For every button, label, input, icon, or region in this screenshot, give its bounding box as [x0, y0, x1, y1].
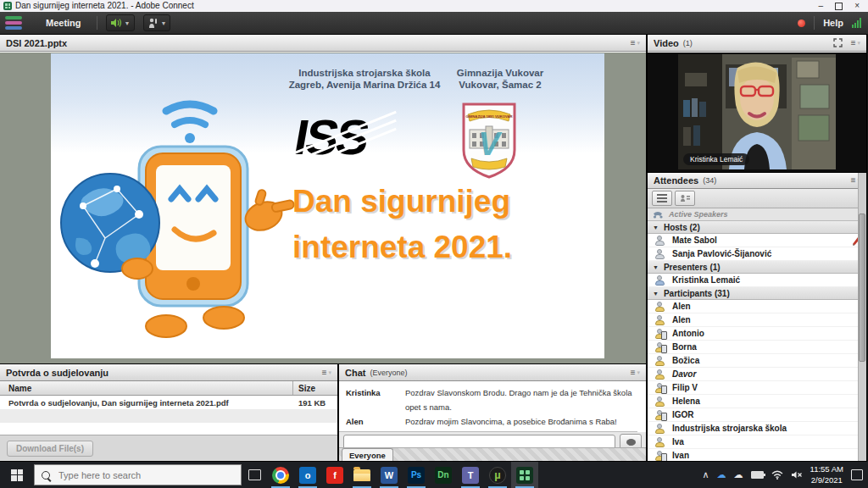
attendee-row[interactable]: Borna — [648, 341, 866, 354]
attendee-row[interactable]: Kristinka Lemaić — [648, 274, 866, 287]
task-view-button[interactable] — [242, 462, 267, 488]
title-bar: Dan sigurnijeg interneta 2021. - Adobe C… — [0, 0, 868, 12]
participant-icon — [654, 356, 665, 366]
minimize-button[interactable]: – — [819, 1, 824, 11]
presentation-slide: Industrijska strojarska škola Zagreb, Av… — [51, 53, 604, 358]
empty-row — [0, 409, 337, 423]
connection-signal-icon[interactable] — [852, 18, 861, 28]
recording-indicator-icon — [798, 19, 805, 27]
download-files-button[interactable]: Download File(s) — [7, 441, 93, 457]
taskbar-search[interactable] — [34, 464, 242, 485]
participant-mobile-icon — [654, 329, 665, 339]
chat-pod-menu-button[interactable]: ≡▾ — [631, 369, 640, 377]
video-feed: Kristinka Lemaić — [648, 53, 866, 172]
adobe-connect-icon — [516, 467, 533, 484]
photoshop-icon: Ps — [408, 467, 425, 484]
speaker-button[interactable]: ▼ — [106, 14, 135, 31]
volume-muted-icon[interactable] — [791, 470, 803, 480]
battery-icon[interactable] — [751, 471, 764, 479]
outlook-icon: o — [299, 467, 316, 484]
search-icon — [42, 471, 50, 480]
attendee-list-view-button[interactable] — [652, 191, 672, 206]
tab-everyone[interactable]: Everyone — [342, 448, 393, 461]
attendee-row[interactable]: Ivan — [648, 449, 866, 461]
speech-bubble-icon — [626, 439, 636, 446]
chat-messages[interactable]: KristinkaPozdrav Slavonskom Brodu. Drago… — [339, 382, 637, 432]
taskbar-facebook[interactable]: f — [321, 462, 348, 488]
chat-message: KristinkaPozdrav Slavonskom Brodu. Drago… — [339, 385, 637, 414]
attendee-row[interactable]: Mate Sabol — [648, 234, 866, 247]
taskbar-dimension[interactable]: Dn — [430, 462, 457, 488]
adobe-connect-window: Dan sigurnijeg interneta 2021. - Adobe C… — [0, 0, 868, 488]
chat-tabs: Everyone — [339, 447, 646, 461]
chrome-icon — [272, 467, 289, 484]
participant-mobile-icon — [654, 383, 665, 393]
webcam-frame — [678, 54, 836, 169]
facebook-icon: f — [326, 467, 343, 484]
taskbar-word[interactable]: W — [376, 462, 403, 488]
column-name[interactable]: Name — [0, 384, 292, 393]
attendee-row[interactable]: Božica — [648, 354, 866, 368]
share-pod: DSI 2021.pptx ≡▾ Industrijska strojarska… — [0, 35, 646, 363]
attendee-row[interactable]: Filip V — [648, 381, 866, 395]
attendee-row[interactable]: Iva — [648, 435, 866, 449]
adobe-connect-logo-icon[interactable] — [5, 16, 22, 30]
file-explorer-icon — [353, 469, 370, 481]
raise-hand-button[interactable]: ▼ — [143, 14, 171, 31]
close-button[interactable]: × — [854, 1, 860, 11]
participant-icon — [654, 437, 665, 447]
taskbar-utorrent[interactable]: µ — [484, 462, 511, 488]
taskbar-adobe-connect[interactable] — [511, 462, 538, 488]
teams-icon: T — [462, 467, 479, 484]
share-pod-menu-button[interactable]: ≡▾ — [631, 39, 640, 47]
app-icon — [3, 2, 12, 10]
maximize-button[interactable] — [835, 3, 843, 10]
taskbar-teams[interactable]: T — [457, 462, 484, 488]
share-canvas: Industrijska strojarska škola Zagreb, Av… — [0, 53, 646, 363]
attendee-row[interactable]: Antonio — [648, 327, 866, 341]
start-button[interactable] — [0, 462, 34, 488]
taskbar-file-explorer[interactable] — [348, 462, 376, 488]
search-input[interactable] — [57, 469, 213, 481]
attendee-row[interactable]: Sanja Pavlović-Šijanović — [648, 247, 866, 261]
attendee-row[interactable]: Davor — [648, 368, 866, 381]
taskbar-photoshop[interactable]: Ps — [403, 462, 430, 488]
meeting-menu[interactable]: Meeting — [31, 18, 97, 28]
menu-bar: Meeting ▼ ▼ Help — [0, 12, 868, 34]
gimnazija-vukovar-crest: GIMNAZIJA 1891 VUKOVAR V — [459, 101, 519, 179]
speaker-icon — [110, 18, 122, 28]
attendee-row[interactable]: Industrijska strojarska škola — [648, 422, 866, 435]
attendee-status-view-button[interactable] — [675, 191, 695, 206]
attendee-row[interactable]: Alen — [648, 313, 866, 327]
participants-group-header[interactable]: ▼Participants (31) — [648, 287, 866, 300]
attendee-row[interactable]: IGOR — [648, 408, 866, 422]
cloud-icon[interactable]: ☁ — [734, 469, 743, 480]
scrollbar-thumb[interactable] — [859, 214, 865, 362]
wifi-icon[interactable] — [771, 470, 783, 480]
hosts-group-header[interactable]: ▼Hosts (2) — [648, 221, 866, 234]
taskbar-clock[interactable]: 11:55 AM 2/9/2021 — [810, 464, 843, 485]
hidden-icons-chevron[interactable]: ∧ — [703, 469, 709, 480]
action-center-icon[interactable] — [851, 469, 863, 480]
attendees-scrollbar[interactable] — [858, 173, 866, 461]
participant-mobile-icon — [654, 410, 665, 420]
attendee-row[interactable]: Helena — [648, 395, 866, 408]
attendee-row[interactable]: Alen — [648, 300, 866, 313]
utorrent-icon: µ — [489, 467, 506, 484]
help-menu[interactable]: Help — [823, 18, 843, 28]
expand-icon[interactable] — [833, 38, 843, 47]
participant-icon — [654, 369, 665, 380]
chat-pod: Chat (Everyone) ≡▾ KristinkaPozdrav Slav… — [339, 364, 646, 461]
onedrive-icon[interactable]: ☁ — [717, 469, 726, 480]
participant-icon — [654, 315, 665, 325]
presenter-icon — [654, 275, 665, 286]
video-pod-menu-button[interactable]: ≡▾ — [851, 39, 860, 47]
taskbar-chrome[interactable] — [267, 462, 294, 488]
column-size[interactable]: Size — [292, 381, 337, 395]
slide-title: Dan sigurnijeg interneta 2021. — [292, 179, 512, 269]
presenters-group-header[interactable]: ▼Presenters (1) — [648, 261, 866, 274]
taskbar-outlook[interactable]: o — [294, 462, 321, 488]
files-pod-menu-button[interactable]: ≡▾ — [322, 369, 331, 377]
file-row[interactable]: Potvrda o sudjelovanju, Dan sigurnijeg i… — [0, 396, 337, 409]
system-tray: ∧ ☁ ☁ 11:55 AM 2/9/2021 — [703, 464, 868, 485]
